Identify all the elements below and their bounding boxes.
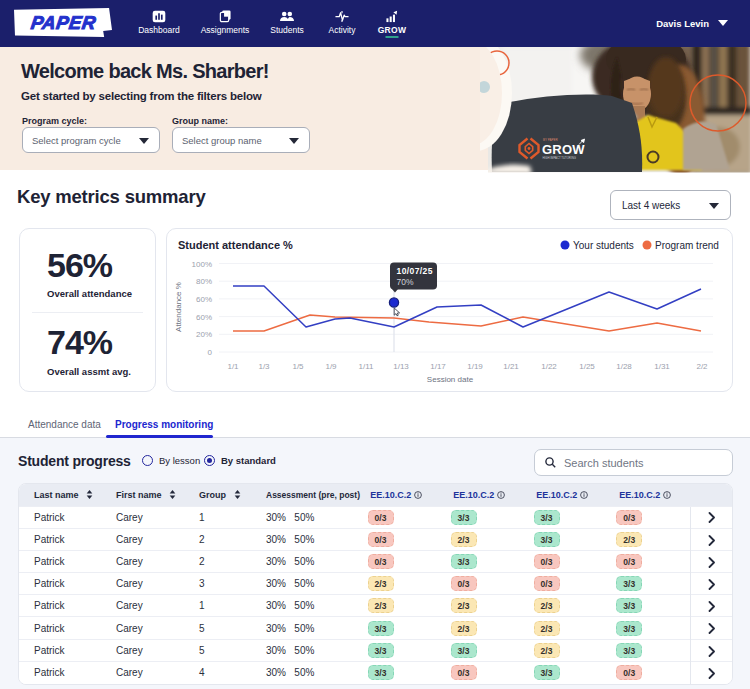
svg-text:1/31: 1/31 (654, 362, 670, 371)
svg-text:1/13: 1/13 (393, 362, 409, 371)
svg-text:1/3: 1/3 (258, 362, 270, 371)
svg-text:1/28: 1/28 (616, 362, 632, 371)
svg-text:Student attendance %: Student attendance % (178, 239, 293, 251)
svg-text:1/9: 1/9 (325, 362, 337, 371)
svg-text:1/5: 1/5 (292, 362, 304, 371)
svg-text:2/2: 2/2 (696, 362, 708, 371)
svg-text:0: 0 (208, 348, 213, 357)
svg-text:80%: 80% (196, 277, 212, 286)
svg-text:10/07/25: 10/07/25 (397, 266, 433, 276)
svg-text:1/19: 1/19 (467, 362, 483, 371)
svg-text:Session date: Session date (427, 375, 474, 384)
svg-text:60%: 60% (196, 295, 212, 304)
svg-text:HIGH IMPACT TUTORING: HIGH IMPACT TUTORING (543, 156, 576, 160)
svg-text:Attendance %: Attendance % (174, 282, 183, 332)
svg-text:Your students: Your students (573, 240, 634, 251)
svg-text:1/11: 1/11 (359, 362, 375, 371)
svg-text:1/21: 1/21 (503, 362, 519, 371)
svg-text:60%: 60% (196, 313, 212, 322)
svg-text:100%: 100% (192, 260, 212, 269)
svg-text:1/22: 1/22 (541, 362, 557, 371)
svg-text:70%: 70% (397, 277, 414, 287)
svg-text:1/17: 1/17 (430, 362, 446, 371)
svg-text:1/25: 1/25 (579, 362, 595, 371)
svg-text:1/1: 1/1 (227, 362, 239, 371)
svg-text:Program trend: Program trend (655, 240, 719, 251)
svg-text:20%: 20% (196, 330, 212, 339)
